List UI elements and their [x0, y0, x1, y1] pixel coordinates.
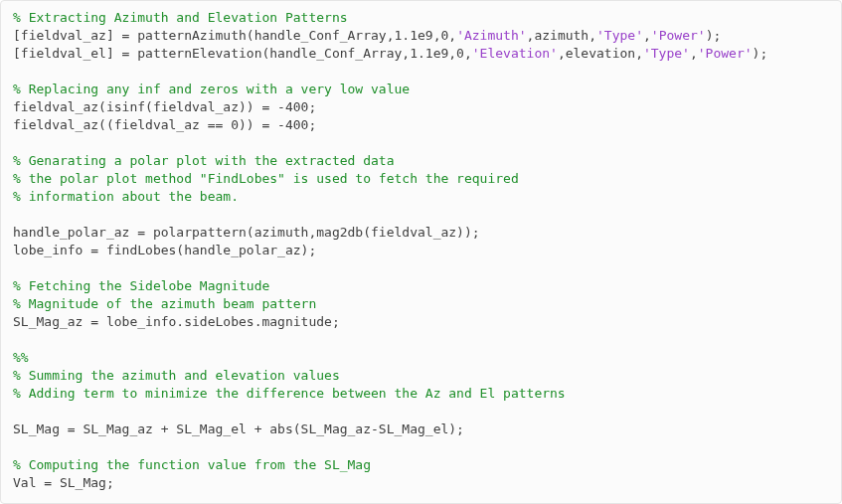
code-comment: % Magnitude of the azimuth beam pattern	[13, 296, 316, 311]
code-comment: % information about the beam.	[13, 189, 239, 204]
code-comment: % Adding term to minimize the difference…	[13, 386, 566, 401]
code-text: fieldval_az((fieldval_az == 0)) = -400;	[13, 117, 316, 132]
code-string: 'Type'	[596, 28, 643, 43]
code-comment: % Computing the function value from the …	[13, 457, 371, 472]
code-text: Val = SL_Mag;	[13, 475, 114, 490]
code-text: SL_Mag = SL_Mag_az + SL_Mag_el + abs(SL_…	[13, 421, 464, 436]
code-comment: % Extracting Azimuth and Elevation Patte…	[13, 10, 348, 25]
code-text: );	[706, 28, 722, 43]
code-text: ,	[690, 46, 698, 61]
code-comment: % Fetching the Sidelobe Magnitude	[13, 278, 269, 293]
code-comment: % Replacing any inf and zeros with a ver…	[13, 82, 410, 96]
code-string: 'Elevation'	[472, 46, 558, 61]
code-text: [fieldval_el] = patternElevation(handle_…	[13, 46, 472, 61]
code-comment: % Summing the azimuth and elevation valu…	[13, 368, 340, 383]
code-string: 'Power'	[698, 46, 753, 61]
code-text: ,elevation,	[558, 46, 643, 61]
code-string: 'Power'	[651, 28, 706, 43]
code-comment: % the polar plot method "FindLobes" is u…	[13, 171, 519, 186]
code-content: % Extracting Azimuth and Elevation Patte…	[13, 9, 829, 492]
code-text: [fieldval_az] = patternAzimuth(handle_Co…	[13, 28, 456, 43]
code-text: lobe_info = findLobes(handle_polar_az);	[13, 243, 316, 257]
code-string: 'Azimuth'	[456, 28, 526, 43]
code-text: ,	[643, 28, 651, 43]
code-text: ,azimuth,	[527, 28, 596, 43]
code-block: % Extracting Azimuth and Elevation Patte…	[0, 0, 842, 504]
code-comment: % Genarating a polar plot with the extra…	[13, 153, 395, 168]
code-text: handle_polar_az = polarpattern(azimuth,m…	[13, 225, 480, 240]
code-text: );	[753, 46, 768, 61]
code-text: fieldval_az(isinf(fieldval_az)) = -400;	[13, 99, 316, 114]
code-comment: %%	[13, 350, 29, 365]
code-text: SL_Mag_az = lobe_info.sideLobes.magnitud…	[13, 314, 340, 329]
code-string: 'Type'	[643, 46, 690, 61]
